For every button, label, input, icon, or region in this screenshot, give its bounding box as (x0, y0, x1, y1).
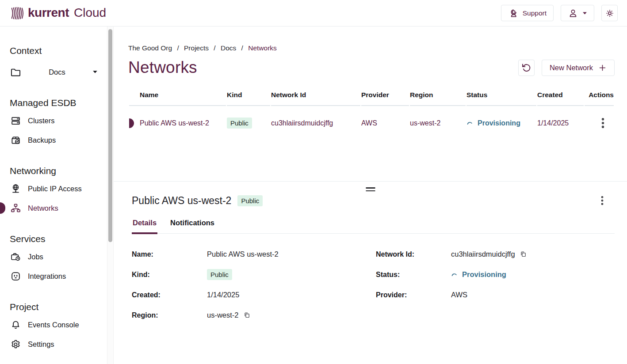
kurrent-cloud-logo: kurrent Cloud (11, 6, 106, 21)
field-kind: Kind: Public (132, 269, 376, 280)
region: us-west-2 (410, 119, 440, 127)
field-name: Name: Public AWS us-west-2 (132, 249, 376, 260)
networks-table: Name Kind Network Id Provider Region Sta… (128, 88, 615, 140)
field-label: Created: (132, 291, 207, 299)
sidebar-heading-services: Services (10, 234, 98, 244)
network-id: cu3hlaiirsdmuidcjffg (271, 119, 333, 127)
breadcrumb: The Good Org / Projects / Docs / Network… (128, 44, 615, 52)
logo-product: Cloud (74, 6, 106, 20)
field-network-id: Network Id: cu3hlaiirsdmuidcjffg (376, 249, 615, 260)
support-label: Support (523, 9, 547, 17)
column-header-kind: Kind (227, 88, 270, 106)
new-network-label: New Network (550, 64, 593, 72)
sidebar-item-jobs[interactable]: Jobs (10, 247, 98, 266)
field-label: Region: (132, 311, 207, 319)
chevron-down-icon (582, 11, 587, 15)
selected-row-indicator (129, 118, 134, 128)
breadcrumb-current: Networks (248, 44, 277, 52)
chevron-down-icon (92, 70, 98, 74)
active-item-indicator (0, 202, 5, 214)
field-label: Kind: (132, 271, 207, 279)
tab-notifications[interactable]: Notifications (169, 219, 215, 233)
folder-icon (10, 66, 22, 78)
refresh-button[interactable] (518, 60, 535, 76)
gear-icon (10, 339, 21, 350)
spinner-icon (451, 273, 458, 277)
provider: AWS (361, 119, 377, 127)
main-content: The Good Org / Projects / Docs / Network… (114, 27, 627, 364)
field-status: Status: Provisioning (376, 269, 615, 280)
new-network-button[interactable]: New Network (542, 60, 615, 76)
status-text: Provisioning (462, 270, 506, 279)
breadcrumb-project[interactable]: Docs (221, 44, 236, 52)
network-detail-panel: Public AWS us-west-2 Public Details Noti… (114, 181, 627, 364)
theme-toggle-button[interactable] (601, 5, 618, 21)
user-menu-button[interactable] (561, 5, 594, 21)
project-context-selector[interactable]: Docs (10, 62, 98, 82)
table-row[interactable]: Public AWS us-west-2 Public cu3hlaiirsdm… (129, 106, 614, 140)
column-header-region: Region (410, 88, 466, 106)
backup-box-icon (10, 135, 21, 146)
sidebar-scrollbar-thumb[interactable] (108, 29, 112, 242)
sidebar-item-integrations[interactable]: Integrations (10, 266, 98, 286)
logo-waves-icon (11, 6, 24, 21)
sidebar-item-public-ip-access[interactable]: Public IP Access (10, 179, 98, 198)
panel-resize-handle[interactable] (365, 186, 376, 192)
field-value: Public AWS us-west-2 (207, 250, 279, 258)
tab-details[interactable]: Details (132, 219, 157, 234)
breadcrumb-org[interactable]: The Good Org (128, 44, 172, 52)
networks-list-section: The Good Org / Projects / Docs / Network… (114, 27, 627, 181)
sidebar-item-events-console[interactable]: Events Console (10, 315, 98, 334)
kind-badge: Public (227, 118, 252, 129)
field-created: Created: 1/14/2025 (132, 289, 376, 300)
power-outlet-icon (10, 271, 21, 282)
sidebar-item-backups[interactable]: Backups (10, 130, 98, 150)
sidebar-item-label: Backups (28, 136, 56, 144)
field-label: Name: (132, 250, 207, 258)
sidebar-item-label: Events Console (28, 321, 79, 329)
copy-region-button[interactable] (243, 311, 251, 319)
top-header: kurrent Cloud Support (0, 0, 627, 27)
detail-tabs: Details Notifications (132, 219, 615, 234)
detail-panel-title: Public AWS us-west-2 (132, 195, 231, 207)
column-header-actions: Actions (585, 88, 614, 106)
bell-icon (10, 319, 21, 330)
breadcrumb-projects[interactable]: Projects (184, 44, 209, 52)
sidebar-item-networks[interactable]: Networks (10, 198, 98, 218)
field-label: Status: (376, 271, 451, 279)
breadcrumb-separator: / (241, 44, 243, 52)
breadcrumb-separator: / (214, 44, 215, 52)
sidebar-heading-networking: Networking (10, 166, 98, 176)
kind-badge: Public (207, 269, 232, 280)
copy-network-id-button[interactable] (519, 250, 528, 258)
sidebar-heading-context: Context (10, 46, 98, 56)
sun-icon (605, 8, 615, 18)
breadcrumb-separator: / (177, 44, 179, 52)
sidebar-item-label: Integrations (28, 272, 66, 281)
globe-icon (10, 183, 21, 194)
field-value: AWS (451, 291, 467, 299)
sidebar-item-clusters[interactable]: Clusters (10, 111, 98, 130)
logo-wordmark: kurrent (28, 6, 69, 20)
support-headset-icon (508, 8, 519, 19)
column-header-provider: Provider (361, 88, 409, 106)
sidebar-item-label: Public IP Access (28, 185, 82, 193)
panel-actions-kebab-button[interactable] (599, 194, 606, 207)
page-title: Networks (128, 58, 197, 77)
row-actions-kebab-button[interactable] (599, 116, 607, 130)
field-value: cu3hlaiirsdmuidcjffg (451, 250, 515, 258)
header-actions: Support (501, 5, 618, 21)
support-button[interactable]: Support (501, 5, 554, 21)
sidebar-scrollbar[interactable] (107, 27, 114, 364)
refresh-icon (521, 63, 531, 72)
sidebar-item-settings[interactable]: Settings (10, 334, 98, 354)
column-header-name: Name (129, 88, 226, 106)
field-label: Provider: (376, 291, 451, 299)
detail-fields: Name: Public AWS us-west-2 Kind: Public … (132, 249, 615, 330)
server-stack-icon (10, 115, 21, 126)
column-header-status: Status (466, 88, 536, 106)
briefcase-clock-icon (10, 251, 21, 262)
project-context-value: Docs (22, 68, 92, 76)
sidebar-item-label: Clusters (28, 117, 55, 125)
spinner-icon (466, 121, 473, 125)
